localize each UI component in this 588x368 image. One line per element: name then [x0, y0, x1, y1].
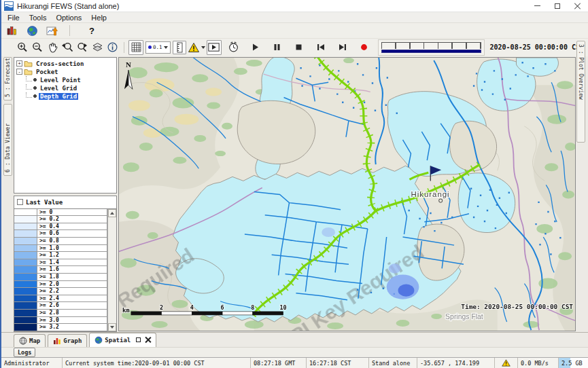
tree-leaf-label-selected[interactable]: Depth Grid	[39, 93, 78, 100]
legend-label: >= 2.0	[37, 281, 107, 289]
legend-row[interactable]: >= 2.6	[14, 302, 107, 310]
pan-icon[interactable]	[45, 40, 60, 55]
layers-icon[interactable]	[90, 40, 105, 55]
legend-swatch	[14, 259, 37, 267]
tab-data-viewer[interactable]: 6 : Data Viewer	[3, 104, 12, 176]
legend-row[interactable]: >= 0.8	[14, 238, 107, 245]
legend-row[interactable]: >= 2.0	[14, 281, 107, 289]
legend-row[interactable]: >= 3.0	[14, 317, 107, 325]
logs-button[interactable]: Logs	[14, 348, 35, 357]
zoom-previous-icon[interactable]	[60, 40, 75, 55]
legend-swatch	[14, 223, 37, 231]
point-size-dropdown[interactable]: 0.1	[145, 41, 171, 54]
tree-leaf-depth-grid[interactable]: Depth Grid	[16, 92, 116, 100]
legend-swatch	[14, 317, 37, 325]
tab-spatial[interactable]: Spatial	[89, 333, 156, 347]
grid-icon[interactable]	[128, 40, 143, 55]
record-icon[interactable]	[358, 41, 371, 54]
legend-row[interactable]: >= 1.8	[14, 274, 107, 281]
help-icon[interactable]: ?	[89, 26, 94, 36]
tab-forecast[interactable]: 5 : Forecast	[3, 57, 12, 100]
folder-icon	[24, 60, 33, 67]
tab-graph[interactable]: Graph	[48, 334, 87, 347]
zoom-next-icon[interactable]	[75, 40, 90, 55]
warning-dropdown[interactable]	[186, 41, 207, 54]
legend-swatch	[14, 245, 37, 253]
tree-node-pocket[interactable]: - Pocket	[16, 68, 116, 76]
timeline-track	[381, 42, 481, 49]
close-button[interactable]	[568, 0, 588, 12]
place-label: Springs Flat	[445, 312, 483, 320]
tree-leaf-label[interactable]: Level Point	[39, 77, 82, 84]
legend-label: >= 1.2	[37, 252, 107, 259]
skip-end-icon[interactable]	[336, 41, 349, 54]
zoom-in-icon[interactable]	[15, 40, 30, 55]
point-size-value: 0.1	[153, 44, 162, 50]
status-warning-icon[interactable]	[495, 358, 518, 368]
map-display-icon[interactable]	[24, 23, 39, 38]
last-value-checkbox[interactable]	[17, 199, 23, 205]
legend-row[interactable]: >= 0.2	[14, 216, 107, 223]
ruler-icon[interactable]	[173, 41, 186, 54]
tree-node-label[interactable]: Cross-section	[35, 60, 85, 67]
legend-header: Last Value	[14, 196, 116, 208]
timeline-range-bar[interactable]	[381, 50, 481, 53]
tab-map[interactable]: Map	[14, 334, 46, 347]
current-time-label: 2020-08-25 00:00:00 CST	[489, 43, 588, 51]
collapse-icon[interactable]: -	[16, 69, 22, 75]
play-icon[interactable]	[249, 41, 262, 54]
expand-icon[interactable]: +	[16, 60, 22, 67]
play-window-icon[interactable]	[207, 40, 222, 55]
legend-row[interactable]: >= 1.6	[14, 266, 107, 274]
info-icon[interactable]	[105, 40, 120, 55]
legend-row[interactable]: >= 0	[14, 209, 107, 217]
legend-swatch	[14, 230, 37, 238]
tree-node-cross-section[interactable]: + Cross-section	[16, 60, 116, 68]
legend-row[interactable]: >= 2.8	[14, 310, 107, 317]
timeseries-dialog-icon[interactable]	[45, 23, 60, 38]
menu-item[interactable]: Help	[86, 13, 111, 22]
tree-leaf-level-grid[interactable]: Level Grid	[16, 84, 116, 92]
legend-row[interactable]: >= 2.2	[14, 288, 107, 295]
legend-row[interactable]: >= 3.2	[14, 324, 107, 331]
stop-icon[interactable]	[292, 41, 306, 54]
status-mode: Stand alone	[369, 358, 417, 368]
legend-scrollbar[interactable]	[107, 209, 116, 331]
timeline-slider[interactable]	[378, 39, 485, 56]
scroll-up-icon[interactable]	[108, 209, 116, 217]
tab-plot-overview[interactable]: 3 : Plot Overview	[576, 41, 585, 143]
legend-panel: Last Value >= 0 >= 0.2	[14, 196, 117, 332]
scroll-down-icon[interactable]	[108, 323, 116, 331]
tree-leaf-label[interactable]: Level Grid	[39, 85, 78, 92]
tree-node-label[interactable]: Pocket	[35, 69, 60, 75]
pause-icon[interactable]	[271, 41, 284, 54]
legend-row[interactable]: >= 1.2	[14, 252, 107, 259]
legend-row[interactable]: >= 0.4	[14, 223, 107, 231]
animation-clock-icon[interactable]	[227, 41, 241, 54]
explorer-icon[interactable]	[4, 23, 19, 38]
menu-item[interactable]: Tools	[24, 13, 52, 22]
maximize-button[interactable]	[547, 0, 568, 12]
tab-maximize-icon[interactable]	[136, 337, 141, 342]
map-view[interactable]: API Key Required API Key Required	[118, 57, 576, 331]
legend-swatch	[14, 274, 37, 281]
bullet-icon	[33, 86, 37, 90]
legend-row[interactable]: >= 1.0	[14, 245, 107, 253]
tab-close-icon[interactable]	[145, 337, 151, 343]
tab-graph-label: Graph	[63, 337, 82, 344]
legend-swatch	[14, 252, 37, 259]
menu-item[interactable]: Options	[51, 13, 86, 22]
globe-wireframe-icon	[19, 337, 27, 345]
legend-swatch	[14, 216, 37, 223]
legend-row[interactable]: >= 0.6	[14, 230, 107, 238]
skip-start-icon[interactable]	[314, 41, 328, 54]
tree-leaf-level-point[interactable]: Level Point	[16, 76, 116, 84]
status-memory[interactable]: 2.5 GB	[559, 358, 588, 368]
zoom-out-icon[interactable]	[30, 40, 45, 55]
menu-item[interactable]: File	[3, 13, 24, 22]
svg-text:4: 4	[190, 303, 194, 310]
legend-row[interactable]: >= 2.4	[14, 295, 107, 303]
legend-row[interactable]: >= 1.4	[14, 259, 107, 267]
legend-swatch	[14, 324, 37, 331]
minimize-button[interactable]	[527, 0, 547, 12]
